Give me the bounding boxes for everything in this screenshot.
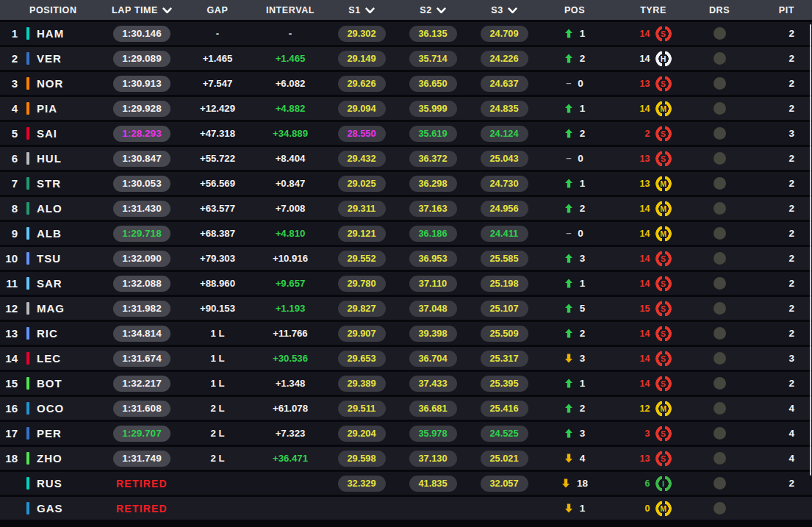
tyre-compound-s-icon: S	[655, 126, 672, 142]
position-unchanged-icon: –	[566, 152, 571, 163]
lap-time-cell: 1:30.146	[103, 26, 181, 42]
lap-time-pill: 1:32.088	[113, 276, 170, 292]
sector-s1-cell: 29.302	[326, 26, 397, 42]
table-row-mag[interactable]: 12MAG1:31.982+90.153+1.19329.82737.04825…	[0, 297, 812, 322]
tyre-cell: 13S	[610, 151, 697, 167]
team-color-bar	[26, 77, 37, 90]
sector-s2-cell: 35.999	[397, 101, 469, 117]
tyre-laps-count: 3	[636, 429, 650, 439]
lap-time-cell: 1:34.814	[103, 326, 181, 342]
pit-count: 2	[742, 278, 812, 289]
team-color-bar	[26, 427, 29, 440]
sector-s2-cell: 36.681	[397, 401, 469, 417]
positions-gained-cell: 1	[539, 178, 610, 189]
driver-code: HAM	[37, 27, 103, 40]
sector-s2-cell: 37.130	[397, 451, 469, 467]
table-row-pia[interactable]: 4PIA1:29.928+12.429+4.88229.09435.99924.…	[0, 97, 812, 122]
tyre-laps-count: 14	[636, 354, 650, 364]
col-header-s1[interactable]: S1	[326, 5, 397, 15]
interval-value: +61.078	[254, 403, 326, 414]
interval-value: +7.008	[254, 203, 326, 214]
sector-s3-pill: 25.509	[481, 326, 528, 342]
table-row-ham[interactable]: 1HAM1:30.146--29.30236.13524.709114S2	[0, 22, 812, 47]
table-row-str[interactable]: 7STR1:30.053+56.569+0.84729.02536.29824.…	[0, 172, 812, 197]
table-row-lec[interactable]: 14LEC1:31.6741 L+30.53629.65336.70425.31…	[0, 347, 812, 372]
positions-gained-cell: 2	[539, 128, 610, 139]
sector-s1-cell: 29.511	[326, 401, 397, 417]
driver-code: LEC	[37, 352, 103, 365]
table-row-hul[interactable]: 6HUL1:30.847+55.722+8.40429.43236.37225.…	[0, 147, 812, 172]
table-row-gas[interactable]: GASRETIRED10M	[0, 497, 812, 522]
tyre-cell: 14S	[610, 26, 697, 42]
position-up-arrow-icon	[564, 129, 573, 138]
table-row-oco[interactable]: 16OCO1:31.6082 L+61.07829.51136.68125.41…	[0, 397, 812, 422]
positions-gained-value: 1	[580, 178, 586, 189]
position-unchanged-icon: –	[566, 77, 571, 88]
col-header-label: INTERVAL	[266, 5, 315, 15]
lap-time-pill: 1:32.090	[113, 251, 170, 267]
col-header-s3[interactable]: S3	[469, 5, 539, 15]
drs-cell	[697, 452, 742, 465]
pit-count: 2	[742, 478, 812, 489]
table-row-alb[interactable]: 9ALB1:29.718+68.387+4.81029.12136.18624.…	[0, 222, 812, 247]
sector-s3-pill: 32.057	[481, 476, 528, 492]
table-row-rus[interactable]: RUSRETIRED32.32941.83532.057186I2	[0, 472, 812, 497]
positions-gained-value: 5	[580, 303, 586, 314]
tyre-laps-count: 0	[636, 503, 650, 514]
col-header-s2[interactable]: S2	[397, 5, 469, 15]
sector-s2-pill: 37.110	[409, 276, 457, 292]
lap-time-pill: 1:31.982	[113, 301, 170, 317]
pit-count: 2	[742, 153, 812, 164]
tyre-laps-count: 14	[636, 279, 650, 289]
tyre-compound-m-icon: M	[655, 101, 672, 117]
team-color-bar	[26, 352, 37, 365]
position-number: 14	[0, 352, 26, 365]
position-number: 5	[0, 127, 26, 140]
positions-gained-value: 2	[580, 403, 586, 414]
tyre-cell: 14S	[610, 376, 697, 392]
sector-s1-pill: 29.311	[338, 201, 386, 217]
scrollbar[interactable]	[810, 24, 811, 476]
lap-time-cell: 1:30.053	[103, 176, 181, 192]
table-row-alo[interactable]: 8ALO1:31.430+63.577+7.00829.31137.16324.…	[0, 197, 812, 222]
sector-s2-cell: 37.048	[397, 301, 469, 317]
pit-count: 4	[742, 428, 812, 439]
driver-code: GAS	[37, 502, 103, 515]
table-row-bot[interactable]: 15BOT1:32.2171 L+1.34829.38937.43325.395…	[0, 372, 812, 397]
col-header-label: PIT	[779, 5, 794, 15]
sector-s3-cell: 25.585	[469, 251, 539, 267]
col-header-drs: DRS	[697, 5, 742, 15]
table-row-ver[interactable]: 2VER1:29.089+1.465+1.46529.14935.71424.2…	[0, 47, 812, 72]
sector-s3-pill: 25.198	[481, 276, 528, 292]
table-row-sai[interactable]: 5SAI1:28.293+47.318+34.88928.55035.61924…	[0, 122, 812, 147]
tyre-cell: 13S	[610, 76, 697, 92]
position-number: 4	[0, 102, 26, 115]
pit-count: 4	[742, 453, 812, 464]
position-up-arrow-icon	[564, 379, 573, 388]
sector-s1-cell: 29.204	[326, 426, 397, 442]
table-header-row: POSITIONLAP TIMEGAPINTERVALS1S2S3POSTYRE…	[0, 0, 812, 22]
col-header-label: S2	[420, 5, 432, 15]
gap-value: 2 L	[181, 403, 254, 414]
sector-s3-cell: 32.057	[469, 476, 539, 492]
table-row-sar[interactable]: 11SAR1:32.088+88.960+9.65729.78037.11025…	[0, 272, 812, 297]
gap-value: +90.153	[181, 303, 254, 314]
sector-s1-pill: 29.827	[338, 301, 386, 317]
tyre-laps-count: 14	[636, 329, 650, 339]
table-row-zho[interactable]: 18ZHO1:31.7492 L+36.47129.59837.13025.02…	[0, 447, 812, 472]
position-number: 15	[0, 377, 26, 390]
col-header-laptime[interactable]: LAP TIME	[103, 5, 181, 15]
table-row-ric[interactable]: 13RIC1:34.8141 L+11.76629.90739.39825.50…	[0, 322, 812, 347]
driver-code: RIC	[37, 327, 103, 340]
drs-cell	[697, 302, 742, 315]
table-row-tsu[interactable]: 10TSU1:32.090+79.303+10.91629.55236.9532…	[0, 247, 812, 272]
tyre-laps-count: 14	[636, 229, 650, 239]
lap-time-cell: 1:28.293	[103, 126, 181, 142]
drs-cell	[697, 252, 742, 265]
sector-s3-pill: 25.317	[481, 351, 528, 367]
table-row-per[interactable]: 17PER1:29.7072 L+7.32329.20435.97824.525…	[0, 422, 812, 447]
drs-cell	[697, 402, 742, 415]
sector-s2-pill: 36.953	[409, 251, 457, 267]
table-row-nor[interactable]: 3NOR1:30.913+7.547+6.08229.62636.65024.6…	[0, 72, 812, 97]
team-color-bar	[26, 177, 37, 190]
